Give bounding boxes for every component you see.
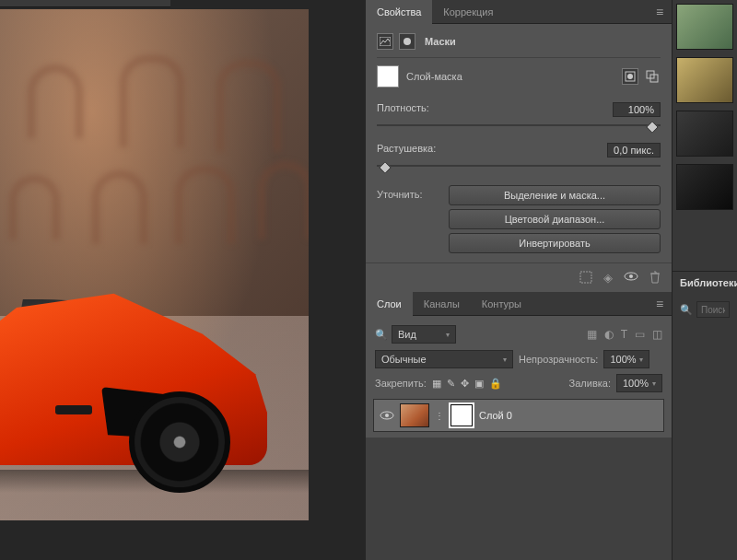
lock-artboard-icon[interactable]: ▣ [474,378,484,390]
lock-transparent-icon[interactable]: ▦ [432,378,441,390]
density-label: Плотность: [377,102,429,117]
apply-mask-icon[interactable]: ◈ [603,271,613,285]
recent-thumb-3[interactable] [676,111,733,157]
delete-mask-icon[interactable] [649,271,661,285]
filter-pixel-icon[interactable]: ▦ [587,328,597,341]
libraries-tab[interactable]: Библиотеки [673,271,737,294]
layer-item[interactable]: ⋮ Слой 0 [373,399,664,432]
density-value[interactable]: 100% [613,102,661,117]
tab-channels[interactable]: Каналы [413,292,471,316]
visibility-toggle-icon[interactable] [380,410,394,421]
svg-point-3 [627,74,633,79]
feather-slider[interactable] [377,159,661,172]
layer-thumbnail[interactable] [400,403,429,427]
lock-label: Закрепить: [375,378,427,389]
density-slider[interactable] [377,119,661,132]
fill-label: Заливка: [569,378,611,389]
tab-layers[interactable]: Слои [366,292,413,316]
layer-mask-thumbnail[interactable] [450,403,474,427]
libraries-search-input[interactable] [696,301,730,318]
svg-rect-0 [380,37,391,46]
fill-dropdown[interactable]: 100%▾ [616,374,662,392]
blend-mode-dropdown[interactable]: Обычные▾ [375,350,513,368]
layer-list: ⋮ Слой 0 [373,399,664,432]
svg-point-10 [385,414,389,417]
layers-empty-area[interactable] [366,438,672,560]
feather-value[interactable]: 0,0 пикс. [607,143,661,158]
select-and-mask-button[interactable]: Выделение и маска... [449,185,661,205]
lock-image-icon[interactable]: ✎ [447,378,455,390]
mask-thumbnail[interactable] [377,65,399,88]
tab-properties[interactable]: Свойства [366,0,432,24]
feather-control: Растушевка: 0,0 пикс. [377,137,661,178]
layer-name-label[interactable]: Слой 0 [479,410,512,421]
filter-smart-icon[interactable]: ◫ [652,328,662,341]
panel-menu-icon[interactable]: ≡ [648,0,672,24]
color-range-button[interactable]: Цветовой диапазон... [449,209,661,229]
opacity-dropdown[interactable]: 100%▾ [603,350,649,368]
recent-thumb-4[interactable] [676,164,733,210]
filter-adjustment-icon[interactable]: ◐ [604,328,614,341]
recent-thumb-2[interactable] [676,57,733,103]
layers-filter-row: 🔍 Вид▾ ▦ ◐ T ▭ ◫ [373,321,664,347]
canvas-top-bar [0,0,170,7]
load-selection-icon[interactable] [579,271,592,285]
svg-point-1 [404,38,411,45]
libraries-search-icon[interactable]: 🔍 [680,304,693,316]
properties-footer: ◈ [366,262,672,292]
properties-panel: Свойства Коррекция ≡ Маски Слой- [366,0,672,292]
filter-type-icon[interactable]: T [621,328,627,341]
layers-panel: Слои Каналы Контуры ≡ 🔍 Вид▾ ▦ ◐ T ▭ [366,292,672,560]
mask-link-icon[interactable]: ⋮ [435,411,444,421]
refine-label: Уточнить: [377,185,441,253]
lock-position-icon[interactable]: ✥ [461,378,469,390]
density-control: Плотность: 100% [377,97,661,137]
add-pixel-mask-icon[interactable] [622,68,638,85]
invert-button[interactable]: Инвертировать [449,233,661,253]
properties-tabs: Свойства Коррекция ≡ [366,0,672,24]
toggle-mask-icon[interactable] [624,271,638,285]
layers-tabs: Слои Каналы Контуры ≡ [366,292,672,316]
svg-point-8 [629,274,633,278]
right-dock: Библиотеки 🔍 [672,0,737,560]
filter-shape-icon[interactable]: ▭ [635,328,645,341]
tab-paths[interactable]: Контуры [471,292,532,316]
filter-search-icon[interactable]: 🔍 [375,329,388,341]
mask-type-label: Слой-маска [406,71,462,82]
masks-label: Маски [425,36,456,47]
canvas-area[interactable] [0,0,366,560]
mask-type-row: Слой-маска [377,57,661,97]
filter-kind-dropdown[interactable]: Вид▾ [392,325,456,344]
opacity-label: Непрозрачность: [519,354,598,365]
layers-menu-icon[interactable]: ≡ [648,292,672,316]
vector-mask-icon[interactable] [399,33,415,50]
masks-header: Маски [377,29,661,57]
svg-rect-6 [580,272,591,283]
document-image [0,9,309,520]
add-vector-mask-icon[interactable] [644,68,661,85]
blend-opacity-row: Обычные▾ Непрозрачность: 100%▾ [373,347,664,371]
recent-thumb-1[interactable] [676,4,733,50]
tab-adjustments[interactable]: Коррекция [432,0,504,24]
feather-label: Растушевка: [377,143,436,158]
lock-all-icon[interactable]: 🔒 [489,378,502,390]
pixel-mask-icon[interactable] [377,33,393,50]
lock-fill-row: Закрепить: ▦ ✎ ✥ ▣ 🔒 Заливка: 100%▾ [373,371,664,395]
